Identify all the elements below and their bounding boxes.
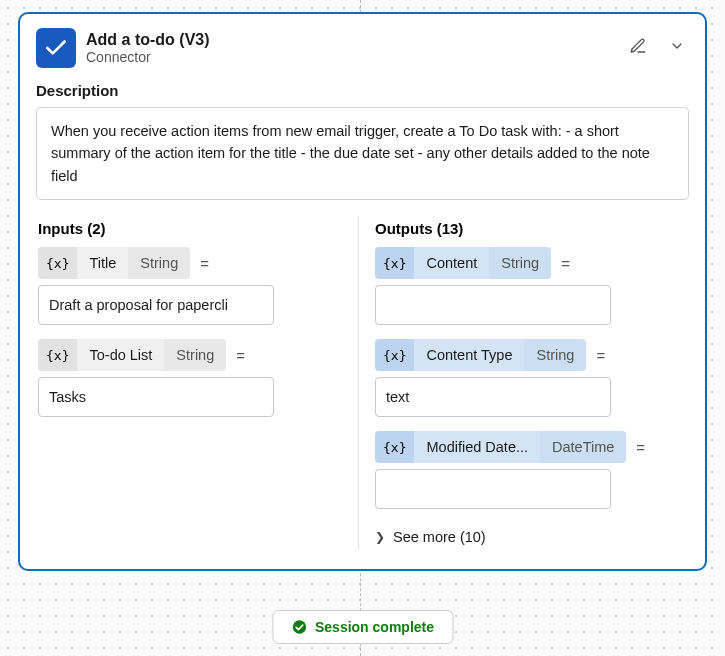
output-param: {x} Content String = <box>375 247 679 279</box>
chevron-right-icon: ❯ <box>375 530 385 544</box>
check-circle-icon <box>291 619 307 635</box>
param-name: Content Type <box>414 339 524 371</box>
param-type: DateTime <box>540 431 626 463</box>
param-chip[interactable]: {x} Content String <box>375 247 551 279</box>
equals-sign: = <box>196 255 213 272</box>
card-title: Add a to-do (V3) <box>86 31 615 49</box>
chevron-down-icon[interactable] <box>665 34 689 62</box>
param-name: Content <box>414 247 489 279</box>
param-name: Modified Date... <box>414 431 540 463</box>
input-value-field[interactable] <box>38 377 274 417</box>
param-type: String <box>164 339 226 371</box>
output-value-field[interactable] <box>375 377 611 417</box>
card-header: Add a to-do (V3) Connector <box>36 28 689 68</box>
param-name: To-do List <box>77 339 164 371</box>
inputs-heading: Inputs (2) <box>38 220 342 237</box>
action-card: Add a to-do (V3) Connector Description W… <box>18 12 707 571</box>
fx-icon: {x} <box>375 431 414 463</box>
session-status-pill: Session complete <box>272 610 453 644</box>
see-more-label: See more (10) <box>393 529 486 545</box>
param-name: Title <box>77 247 128 279</box>
io-row: Inputs (2) {x} Title String = {x} To-do … <box>36 216 689 549</box>
output-value-field[interactable] <box>375 285 611 325</box>
inputs-column: Inputs (2) {x} Title String = {x} To-do … <box>36 216 359 549</box>
card-subtitle: Connector <box>86 49 615 65</box>
see-more-button[interactable]: ❯ See more (10) <box>375 525 486 549</box>
output-param: {x} Modified Date... DateTime = <box>375 431 679 463</box>
input-param: {x} To-do List String = <box>38 339 342 371</box>
fx-icon: {x} <box>375 247 414 279</box>
session-status-label: Session complete <box>315 619 434 635</box>
description-label: Description <box>36 82 689 99</box>
input-value-field[interactable] <box>38 285 274 325</box>
param-chip[interactable]: {x} Title String <box>38 247 190 279</box>
svg-point-0 <box>292 620 305 633</box>
param-type: String <box>524 339 586 371</box>
param-type: String <box>489 247 551 279</box>
input-param: {x} Title String = <box>38 247 342 279</box>
equals-sign: = <box>232 347 249 364</box>
param-chip[interactable]: {x} Content Type String <box>375 339 586 371</box>
fx-icon: {x} <box>38 339 77 371</box>
todo-app-icon <box>36 28 76 68</box>
equals-sign: = <box>557 255 574 272</box>
fx-icon: {x} <box>38 247 77 279</box>
outputs-column: Outputs (13) {x} Content String = {x} Co… <box>359 216 689 549</box>
edit-icon[interactable] <box>625 33 651 63</box>
equals-sign: = <box>592 347 609 364</box>
outputs-heading: Outputs (13) <box>375 220 679 237</box>
header-actions <box>625 33 689 63</box>
output-param: {x} Content Type String = <box>375 339 679 371</box>
param-type: String <box>128 247 190 279</box>
equals-sign: = <box>632 439 649 456</box>
header-titles: Add a to-do (V3) Connector <box>86 31 615 65</box>
description-box: When you receive action items from new e… <box>36 107 689 200</box>
param-chip[interactable]: {x} To-do List String <box>38 339 226 371</box>
fx-icon: {x} <box>375 339 414 371</box>
param-chip[interactable]: {x} Modified Date... DateTime <box>375 431 626 463</box>
output-value-field[interactable] <box>375 469 611 509</box>
